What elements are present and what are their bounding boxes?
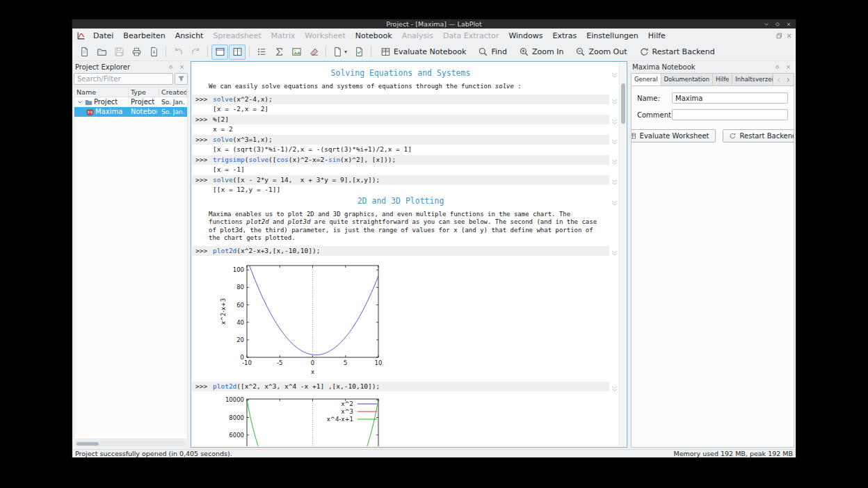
scrollbar-thumb[interactable] [621, 83, 625, 124]
tab-dokumentation[interactable]: Dokumentation [661, 74, 714, 86]
plot-image: -10-505100200040006000800010000xx^2x^3x^… [199, 395, 609, 447]
tree-row-maxima[interactable]: MaximaNotebookSo. Jan. 2 18: [74, 107, 187, 117]
cell-fold-icon[interactable] [611, 136, 618, 143]
toolbar-new-document-button[interactable] [76, 44, 93, 60]
eraser-icon [309, 47, 319, 57]
cell-fold-icon[interactable] [611, 156, 618, 163]
undo-icon [173, 47, 184, 57]
properties-panel: Maxima Notebook GeneralDokumentationHilf… [631, 61, 794, 448]
tabs-scroll-right-button[interactable] [785, 76, 791, 84]
evaluate-worksheet-label: Evaluate Worksheet [640, 132, 709, 140]
svg-text:0: 0 [311, 359, 314, 366]
comment-input[interactable] [672, 109, 788, 120]
toolbar-button-label: Zoom In [532, 47, 563, 56]
code-cell-input[interactable]: >>>solve(x^2-4,x); [192, 95, 609, 104]
evaluate-worksheet-button[interactable]: Evaluate Worksheet [631, 129, 716, 143]
menu-datei[interactable]: Datei [88, 30, 118, 42]
cell-fold-icon[interactable] [611, 176, 618, 184]
menu-worksheet: Worksheet [300, 30, 350, 42]
toolbar-evaluate-notebook-button[interactable]: Evaluate Notebook [375, 44, 472, 60]
toolbar-eraser-button[interactable] [305, 44, 322, 60]
cell-fold-icon[interactable] [611, 247, 618, 254]
cell-fold-icon[interactable] [611, 197, 618, 204]
tab-general[interactable]: General [632, 74, 661, 86]
code-cell-input[interactable]: >>>trigsimp(solve([cos(x)^2-x=2-sin(x)^2… [192, 155, 609, 165]
toolbar-zoom-out-button[interactable]: Zoom Out [570, 44, 632, 60]
filter-options-button[interactable] [175, 73, 188, 85]
menu-einstellungen[interactable]: Einstellungen [581, 30, 643, 42]
child-close-button[interactable] [785, 32, 793, 40]
svg-text:x^2-x+3: x^2-x+3 [220, 298, 227, 324]
menubar: DateiBearbeitenAnsichtSpreadsheetMatrixW… [72, 29, 796, 43]
child-restore-button[interactable] [775, 32, 783, 40]
close-panel-button[interactable] [177, 63, 186, 72]
code-cell-input[interactable]: >>>solve([x - 2*y = 14, x + 3*y = 9],[x,… [192, 175, 609, 185]
toolbar-export-document-button[interactable] [145, 44, 162, 60]
cell-fold-icon[interactable] [611, 115, 618, 123]
toolbar-panel-split-button[interactable] [229, 44, 246, 60]
notebook-paragraph[interactable]: Maxima enables us to plot 2D and 3D grap… [209, 211, 605, 243]
toolbar-find-button[interactable]: Find [472, 44, 513, 60]
toolbar-print-button[interactable] [128, 44, 145, 60]
name-input[interactable] [672, 92, 788, 104]
menu-hilfe[interactable]: Hilfe [643, 30, 670, 42]
cell-fold-icon[interactable] [611, 95, 618, 103]
code-cell-input[interactable]: >>>plot2d(x^2-x+3,[x,-10,10]); [192, 246, 609, 256]
svg-text:6000: 6000 [229, 431, 244, 438]
toolbar-sigma-button[interactable] [271, 44, 287, 60]
restart-icon [639, 47, 650, 57]
menu-extras[interactable]: Extras [547, 30, 581, 42]
tree-row-project[interactable]: ProjectProjectSo. Jan. 2 18: [74, 97, 187, 107]
svg-text:x^4-x+1: x^4-x+1 [327, 416, 353, 423]
save-icon [114, 47, 124, 57]
notebook-vertical-scrollbar[interactable] [619, 63, 626, 446]
column-header-name[interactable]: Name [74, 88, 129, 97]
scrollbar-thumb[interactable] [77, 442, 99, 446]
toolbar-zoom-in-button[interactable]: Zoom In [513, 44, 569, 60]
toolbar-panel-single-button[interactable] [211, 44, 228, 60]
project-explorer-panel: Project Explorer NameTypeCreated Project… [74, 61, 188, 448]
close-button[interactable] [784, 20, 793, 28]
menu-data-extractor: Data Extractor [438, 30, 504, 42]
code-cell-input[interactable]: >>>plot2d([x^2, x^3, x^4 -x +1] ,[x,-10,… [192, 382, 609, 391]
toolbar-document-check-button[interactable] [351, 44, 367, 60]
float-panel-button[interactable] [773, 63, 782, 72]
toolbar-document-button[interactable]: ▾ [330, 44, 350, 60]
maximize-button[interactable] [773, 20, 782, 28]
titlebar[interactable]: Project - [Maxima] — LabPlot [72, 19, 796, 29]
code-cell-input[interactable]: >>>solve(x^3=1,x); [192, 135, 609, 145]
cell-output: [[x = 12,y = -1]] [213, 186, 609, 194]
cell-output: [x = (sqrt(3)*%i-1)/2,x = -(sqrt(3)*%i+1… [213, 145, 609, 154]
notebook-heading[interactable]: Solving Equations and Systems [192, 68, 609, 78]
cell-prompt: >>> [195, 95, 207, 104]
minimize-button[interactable] [762, 20, 771, 28]
notebook-paragraph[interactable]: We can easily solve equations and system… [209, 83, 605, 91]
maxima-icon [86, 108, 94, 116]
search-filter-input[interactable] [74, 73, 173, 85]
column-header-created[interactable]: Created [159, 88, 187, 97]
tabs-scroll-left-button[interactable] [775, 76, 782, 84]
notebook-canvas[interactable]: Solving Equations and SystemsWe can easi… [192, 63, 609, 446]
cell-fold-icon[interactable] [611, 382, 618, 390]
tab-hilfe[interactable]: Hilfe [713, 74, 732, 86]
float-panel-button[interactable] [166, 63, 175, 72]
toolbar-separator [207, 47, 208, 57]
toolbar-separator [326, 47, 326, 57]
menu-windows[interactable]: Windows [504, 30, 547, 42]
cell-fold-icon[interactable] [611, 69, 618, 76]
menu-ansicht[interactable]: Ansicht [170, 30, 209, 42]
notebook-heading[interactable]: 2D and 3D Plotting [192, 196, 609, 206]
toolbar-image-frame-button[interactable] [288, 44, 305, 60]
menu-bearbeiten[interactable]: Bearbeiten [118, 30, 170, 42]
restart-backend-button[interactable]: Restart Backend [723, 129, 794, 143]
code-cell-input[interactable]: >>>%[2] [192, 115, 609, 124]
close-panel-button[interactable] [784, 63, 793, 72]
menu-notebook[interactable]: Notebook [351, 30, 397, 42]
toolbar-open-folder-button[interactable] [93, 44, 110, 60]
svg-text:5: 5 [344, 359, 347, 366]
expander-chevron-icon[interactable] [77, 99, 83, 105]
toolbar-restart-backend-button[interactable]: Restart Backend [634, 44, 721, 60]
explorer-horizontal-scrollbar[interactable] [75, 441, 185, 446]
toolbar-list-lines-button[interactable] [253, 44, 270, 60]
column-header-type[interactable]: Type [129, 88, 159, 97]
